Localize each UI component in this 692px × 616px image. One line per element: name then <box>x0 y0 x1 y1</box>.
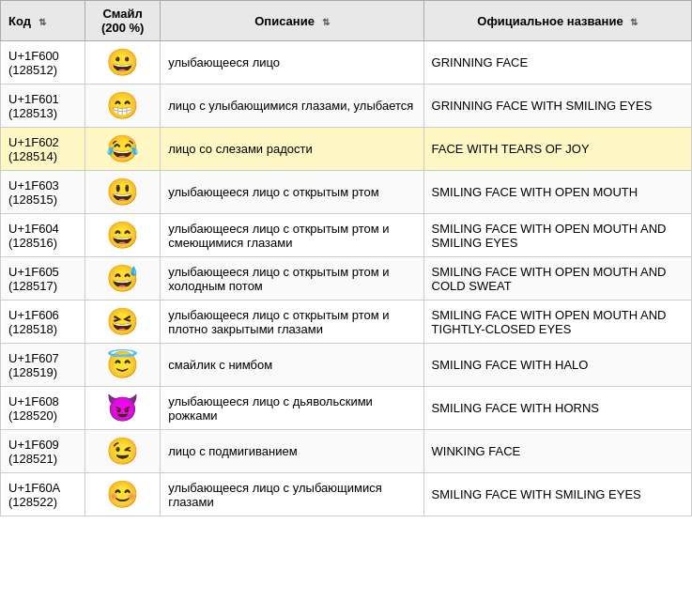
cell-emoji: 😄 <box>85 214 161 257</box>
cell-emoji: 😃 <box>85 171 161 214</box>
cell-official: SMILING FACE WITH OPEN MOUTH <box>423 171 691 214</box>
cell-code: U+1F60A(128522) <box>1 473 85 516</box>
cell-code: U+1F607(128519) <box>1 344 85 387</box>
cell-official: SMILING FACE WITH OPEN MOUTH AND SMILING… <box>423 214 691 257</box>
cell-official: FACE WITH TEARS OF JOY <box>423 128 691 171</box>
cell-official: GRINNING FACE <box>423 41 691 85</box>
cell-code: U+1F602(128514) <box>1 128 85 171</box>
cell-code: U+1F605(128517) <box>1 257 85 300</box>
cell-code: U+1F606(128518) <box>1 300 85 344</box>
header-desc[interactable]: Описание ⇅ <box>161 1 423 41</box>
cell-emoji: 😅 <box>85 257 161 300</box>
sort-icon-code[interactable]: ⇅ <box>38 17 46 27</box>
cell-official: WINKING FACE <box>423 430 691 473</box>
header-emoji-label: Смайл(200 %) <box>101 7 145 35</box>
cell-emoji: 😊 <box>85 473 161 516</box>
header-code[interactable]: Код ⇅ <box>1 1 85 41</box>
table-row: U+1F601(128513)😁лицо с улыбающимися глаз… <box>1 85 692 128</box>
cell-official: GRINNING FACE WITH SMILING EYES <box>423 85 691 128</box>
table-row: U+1F606(128518)😆улыбающееся лицо с откры… <box>1 300 692 344</box>
cell-code: U+1F608(128520) <box>1 387 85 430</box>
cell-desc: улыбающееся лицо <box>161 41 423 85</box>
table-row: U+1F604(128516)😄улыбающееся лицо с откры… <box>1 214 692 257</box>
cell-official: SMILING FACE WITH HORNS <box>423 387 691 430</box>
cell-emoji: 😉 <box>85 430 161 473</box>
table-row: U+1F600(128512)😀улыбающееся лицоGRINNING… <box>1 41 692 85</box>
cell-code: U+1F603(128515) <box>1 171 85 214</box>
emoji-table: Код ⇅ Смайл(200 %) Описание ⇅ Официально… <box>0 0 692 516</box>
table-row: U+1F603(128515)😃улыбающееся лицо с откры… <box>1 171 692 214</box>
header-official-label: Официальное название <box>477 14 623 28</box>
cell-desc: улыбающееся лицо с открытым ртом и холод… <box>161 257 423 300</box>
cell-desc: улыбающееся лицо с открытым ртом и плотн… <box>161 300 423 344</box>
sort-icon-desc[interactable]: ⇅ <box>322 17 330 27</box>
cell-code: U+1F600(128512) <box>1 41 85 85</box>
table-row: U+1F609(128521)😉лицо с подмигиваниемWINK… <box>1 430 692 473</box>
table-row: U+1F607(128519)😇смайлик с нимбомSMILING … <box>1 344 692 387</box>
cell-official: SMILING FACE WITH HALO <box>423 344 691 387</box>
cell-desc: улыбающееся лицо с открытым ртом <box>161 171 423 214</box>
cell-desc: лицо с улыбающимися глазами, улыбается <box>161 85 423 128</box>
sort-icon-official[interactable]: ⇅ <box>630 17 638 27</box>
cell-emoji: 😀 <box>85 41 161 85</box>
table-row: U+1F602(128514)😂лицо со слезами радостиF… <box>1 128 692 171</box>
cell-desc: улыбающееся лицо с улыбающимися глазами <box>161 473 423 516</box>
header-desc-label: Описание <box>254 14 315 28</box>
cell-desc: смайлик с нимбом <box>161 344 423 387</box>
cell-emoji: 😂 <box>85 128 161 171</box>
table-row: U+1F605(128517)😅улыбающееся лицо с откры… <box>1 257 692 300</box>
cell-code: U+1F609(128521) <box>1 430 85 473</box>
cell-emoji: 😈 <box>85 387 161 430</box>
table-row: U+1F60A(128522)😊улыбающееся лицо с улыба… <box>1 473 692 516</box>
cell-desc: улыбающееся лицо с открытым ртом и смеющ… <box>161 214 423 257</box>
header-official[interactable]: Официальное название ⇅ <box>423 1 691 41</box>
cell-code: U+1F601(128513) <box>1 85 85 128</box>
cell-desc: лицо со слезами радости <box>161 128 423 171</box>
cell-desc: улыбающееся лицо с дьявольскими рожками <box>161 387 423 430</box>
cell-emoji: 😇 <box>85 344 161 387</box>
cell-emoji: 😆 <box>85 300 161 344</box>
cell-desc: лицо с подмигиванием <box>161 430 423 473</box>
cell-official: SMILING FACE WITH OPEN MOUTH AND COLD SW… <box>423 257 691 300</box>
cell-official: SMILING FACE WITH OPEN MOUTH AND TIGHTLY… <box>423 300 691 344</box>
header-emoji: Смайл(200 %) <box>85 1 161 41</box>
cell-official: SMILING FACE WITH SMILING EYES <box>423 473 691 516</box>
cell-code: U+1F604(128516) <box>1 214 85 257</box>
cell-emoji: 😁 <box>85 85 161 128</box>
table-row: U+1F608(128520)😈улыбающееся лицо с дьяво… <box>1 387 692 430</box>
header-code-label: Код <box>8 14 31 28</box>
